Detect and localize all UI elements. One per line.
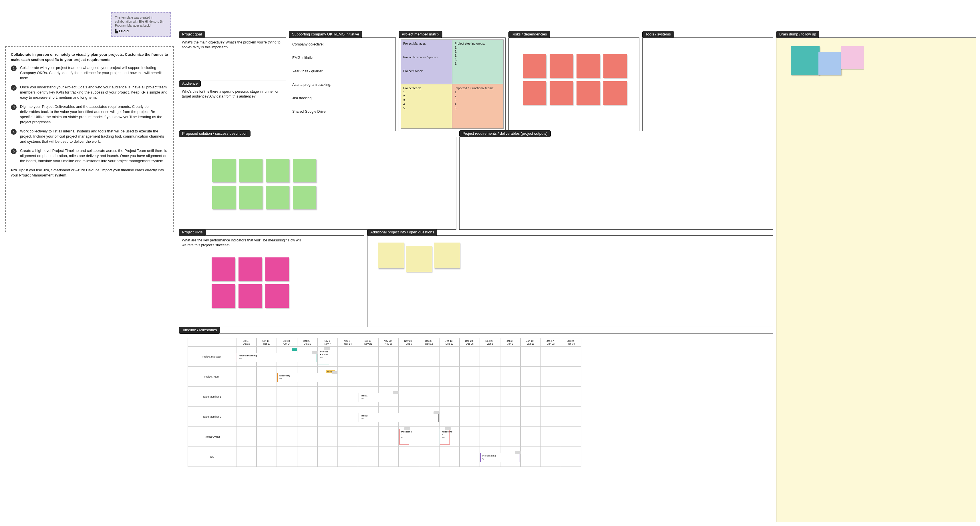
- gantt-handle[interactable]: [404, 427, 410, 430]
- gantt-cell[interactable]: [236, 427, 256, 447]
- matrix-quad-xfunc[interactable]: Impacted / Xfunctional teams: 1. 2. 3. 4…: [452, 84, 504, 129]
- gantt-cell[interactable]: [419, 367, 439, 387]
- gantt-cell[interactable]: [480, 367, 500, 387]
- gantt-cell[interactable]: [439, 367, 460, 387]
- gantt-bar[interactable]: Milestone 2PO: [440, 429, 450, 445]
- gantt-cell[interactable]: [358, 367, 378, 387]
- addl-sticky[interactable]: [434, 242, 460, 268]
- gantt-bar[interactable]: Project PlanningPM: [237, 353, 317, 362]
- gantt-cell[interactable]: [236, 407, 256, 427]
- gantt-handle[interactable]: [393, 391, 399, 394]
- gantt-handle[interactable]: [324, 347, 330, 350]
- gantt-cell[interactable]: [460, 447, 480, 467]
- gantt-cell[interactable]: [561, 347, 581, 367]
- gantt-cell[interactable]: [317, 387, 338, 407]
- gantt-cell[interactable]: [277, 387, 297, 407]
- label-timeline[interactable]: Timeline / Milestones: [179, 327, 220, 334]
- gantt-cell[interactable]: [399, 387, 419, 407]
- gantt-cell[interactable]: [561, 367, 581, 387]
- risk-sticky[interactable]: [603, 81, 627, 105]
- gantt-cell[interactable]: [358, 427, 378, 447]
- risk-sticky[interactable]: [603, 54, 627, 78]
- gantt-cell[interactable]: [256, 427, 277, 447]
- gantt-cell[interactable]: [500, 367, 520, 387]
- panel-kpis[interactable]: [179, 235, 364, 327]
- gantt-cell[interactable]: [541, 367, 561, 387]
- gantt-cell[interactable]: [541, 387, 561, 407]
- kpi-sticky[interactable]: [266, 284, 289, 308]
- label-proposed[interactable]: Proposed solution / success description: [179, 130, 250, 137]
- gantt-cell[interactable]: [338, 427, 358, 447]
- gantt-cell[interactable]: [297, 407, 317, 427]
- gantt-cell[interactable]: [541, 347, 561, 367]
- gantt-cell[interactable]: [317, 447, 338, 467]
- label-brain[interactable]: Brain dump / follow up: [776, 31, 819, 38]
- solution-sticky[interactable]: [239, 159, 262, 182]
- gantt-cell[interactable]: [297, 387, 317, 407]
- gantt-cell[interactable]: [460, 347, 480, 367]
- gantt-cell[interactable]: [541, 427, 561, 447]
- gantt-cell[interactable]: [236, 367, 256, 387]
- gantt-cell[interactable]: [256, 387, 277, 407]
- gantt-cell[interactable]: [378, 347, 399, 367]
- gantt-cell[interactable]: [520, 407, 541, 427]
- gantt-cell[interactable]: [358, 347, 378, 367]
- gantt-cell[interactable]: [419, 447, 439, 467]
- risk-sticky[interactable]: [550, 81, 573, 105]
- gantt-handle[interactable]: [515, 451, 521, 454]
- gantt-cell[interactable]: [520, 347, 541, 367]
- brain-sticky-teal[interactable]: [791, 46, 819, 75]
- kpi-sticky[interactable]: [266, 257, 289, 281]
- addl-sticky[interactable]: [378, 242, 404, 268]
- gantt-cell[interactable]: [520, 367, 541, 387]
- gantt-cell[interactable]: [460, 387, 480, 407]
- gantt-cell[interactable]: [520, 447, 541, 467]
- label-project-goal[interactable]: Project goal: [179, 31, 205, 38]
- gantt-cell[interactable]: [358, 447, 378, 467]
- gantt-cell[interactable]: [399, 367, 419, 387]
- matrix-quad-pm[interactable]: Project Manager: Project Executive Spons…: [401, 40, 452, 84]
- solution-sticky[interactable]: [212, 186, 235, 209]
- gantt-handle[interactable]: [434, 411, 440, 414]
- label-audience[interactable]: Audience: [179, 80, 201, 87]
- kpi-sticky[interactable]: [212, 284, 235, 308]
- gantt-cell[interactable]: [378, 427, 399, 447]
- gantt-cell[interactable]: [277, 407, 297, 427]
- label-kpis[interactable]: Project KPIs: [179, 229, 206, 236]
- label-tools[interactable]: Tools / systems: [642, 31, 674, 38]
- gantt-bar[interactable]: Task 1TM: [359, 393, 398, 402]
- label-addl[interactable]: Additional project info / open questions: [367, 229, 437, 236]
- panel-tools[interactable]: [642, 37, 773, 131]
- gantt-cell[interactable]: [419, 387, 439, 407]
- gantt-cell[interactable]: [338, 387, 358, 407]
- gantt-cell[interactable]: [277, 427, 297, 447]
- gantt-bar[interactable]: Pilot/TestingQ: [480, 453, 520, 462]
- gantt-cell[interactable]: [500, 387, 520, 407]
- matrix-quad-team[interactable]: Project team: 1. 2. 3. 4. 5.: [401, 84, 452, 129]
- brain-sticky-blue[interactable]: [818, 52, 841, 75]
- gantt-cell[interactable]: [480, 427, 500, 447]
- gantt-cell[interactable]: [236, 387, 256, 407]
- gantt-cell[interactable]: [297, 447, 317, 467]
- gantt-cell[interactable]: [541, 407, 561, 427]
- kpi-sticky[interactable]: [239, 257, 262, 281]
- gantt-cell[interactable]: [460, 427, 480, 447]
- gantt-cell[interactable]: [439, 387, 460, 407]
- gantt-cell[interactable]: [419, 427, 439, 447]
- solution-sticky[interactable]: [293, 186, 316, 209]
- gantt-cell[interactable]: [256, 407, 277, 427]
- gantt-cell[interactable]: [541, 447, 561, 467]
- gantt-cell[interactable]: [419, 347, 439, 367]
- gantt-bar[interactable]: Milestone 1PO: [399, 429, 409, 445]
- gantt-cell[interactable]: [297, 427, 317, 447]
- label-requirements[interactable]: Project requirements / deliverables (pro…: [459, 130, 551, 137]
- panel-requirements[interactable]: [459, 137, 773, 230]
- gantt-cell[interactable]: [439, 447, 460, 467]
- gantt-cell[interactable]: [317, 427, 338, 447]
- label-risks[interactable]: Risks / dependencies: [508, 31, 550, 38]
- gantt-cell[interactable]: [561, 447, 581, 467]
- gantt-cell[interactable]: [480, 347, 500, 367]
- gantt-chart[interactable]: Oct 4 - Oct 10Oct 11 - Oct 17Oct 18 - Oc…: [188, 338, 582, 472]
- panel-proposed[interactable]: [179, 137, 457, 230]
- gantt-cell[interactable]: [500, 427, 520, 447]
